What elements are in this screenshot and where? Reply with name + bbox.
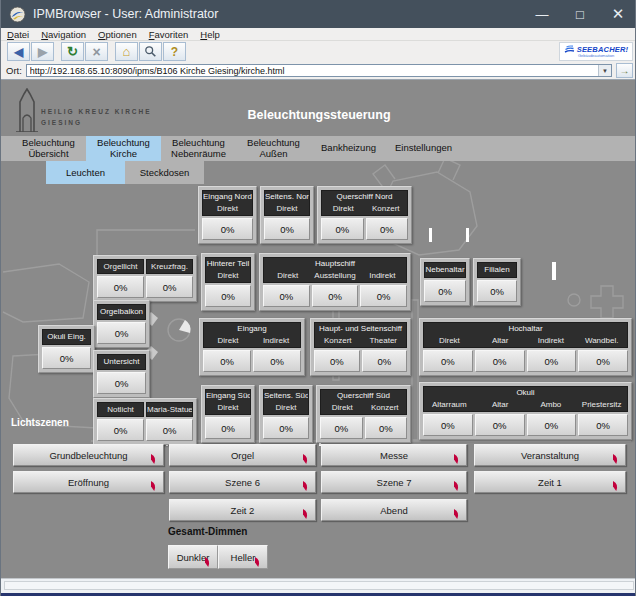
channel-value-button[interactable]: 0%	[42, 347, 91, 369]
channel-value-button[interactable]: 0%	[97, 419, 144, 441]
scene-button-grundbeleuchtung[interactable]: Grundbeleuchtung	[13, 444, 164, 466]
scene-button-szene-7[interactable]: Szene 7	[321, 471, 467, 493]
channel-value-button[interactable]: 0%	[366, 218, 409, 240]
channel-label: Direkt	[265, 203, 309, 215]
channel-value-button[interactable]: 0%	[360, 285, 407, 307]
search-icon[interactable]	[139, 42, 162, 61]
channel-value-button[interactable]: 0%	[205, 417, 251, 439]
channel-value-button[interactable]: 0%	[423, 414, 473, 436]
tab-beleuchtung-nebenraeume[interactable]: Beleuchtung Nebenräume	[161, 136, 236, 161]
tab-einstellungen[interactable]: Einstellungen	[386, 136, 461, 161]
channel-value-button[interactable]: 0%	[146, 419, 193, 441]
channel-value-button[interactable]: 0%	[475, 414, 525, 436]
channel-value-button[interactable]: 0%	[253, 350, 301, 372]
tab-bankheizung[interactable]: Bankheizung	[311, 136, 386, 161]
scene-button-veranstaltung[interactable]: Veranstaltung	[474, 444, 626, 466]
scene-arrow-icon	[453, 509, 460, 519]
dimming-button-dunkler[interactable]: Dunkler	[168, 545, 218, 569]
close-button[interactable]: ✕	[599, 0, 636, 28]
scene-arrow-icon	[612, 481, 619, 491]
menu-navigation[interactable]: Navigation	[35, 29, 92, 40]
menu-bar: Datei Navigation Optionen Favoriten Help	[1, 28, 636, 41]
subtab-bar: LeuchtenSteckdosen	[46, 161, 204, 184]
tab-beleuchtung-kirche[interactable]: Beleuchtung Kirche	[86, 136, 161, 161]
channel-value-button[interactable]: 0%	[321, 218, 364, 240]
forward-icon[interactable]: ▶	[31, 42, 54, 61]
subtab-steckdosen[interactable]: Steckdosen	[125, 161, 204, 184]
panel-hauptschiff: HauptschiffDirektAusstellungIndirekt0%0%…	[259, 253, 411, 311]
address-dropdown-icon[interactable]: ▼	[598, 65, 611, 76]
channel-value-button[interactable]: 0%	[578, 414, 628, 436]
channel-label: Konzert	[315, 335, 361, 347]
help-icon[interactable]: ?	[163, 42, 186, 61]
channel-label: Direkt	[321, 402, 364, 414]
scene-button-eröffnung[interactable]: Eröffnung	[13, 471, 164, 493]
home-icon[interactable]: ⌂	[115, 42, 138, 61]
channel-value-button[interactable]: 0%	[205, 285, 251, 307]
scene-button-label: Eröffnung	[68, 477, 109, 488]
channel-value-button[interactable]: 0%	[146, 276, 193, 298]
panel-title: Okuli Eing.	[43, 330, 90, 344]
menu-optionen[interactable]: Optionen	[92, 29, 143, 40]
address-bar: Ort: ▼ →	[1, 62, 636, 80]
brand-tagline: Gebäudeautomation	[578, 53, 614, 58]
panel-title: Hauptschiff	[264, 258, 406, 270]
channel-value-button[interactable]: 0%	[362, 350, 408, 372]
maximize-button[interactable]: □	[561, 0, 599, 28]
scene-button-messe[interactable]: Messe	[321, 444, 467, 466]
channel-value-button[interactable]: 0%	[475, 350, 525, 372]
dimming-button-heller[interactable]: Heller	[218, 545, 268, 569]
tab-beleuchtung-uebersicht[interactable]: Beleuchtung Übersicht	[11, 136, 86, 161]
channel-value-button[interactable]: 0%	[202, 218, 253, 240]
channel-value-button[interactable]: 0%	[365, 417, 408, 439]
address-input[interactable]	[27, 65, 598, 76]
minimize-button[interactable]: —	[523, 0, 561, 28]
menu-favoriten[interactable]: Favoriten	[143, 29, 195, 40]
dimming-box: DunklerHeller	[167, 544, 269, 570]
panel-title: Filialen	[478, 263, 516, 277]
tab-beleuchtung-aussen[interactable]: Beleuchtung Außen	[236, 136, 311, 161]
scene-button-label: Messe	[380, 450, 408, 461]
scene-button-orgel[interactable]: Orgel	[169, 444, 316, 466]
panel-title: Hochaltar	[424, 323, 627, 335]
panel-title: Nebenaltar	[425, 263, 465, 277]
panel-notlicht-maria-statue: NotlichtMaria-Statue0%0%	[93, 398, 197, 445]
channel-value-button[interactable]: 0%	[97, 276, 144, 298]
channel-value-button[interactable]: 0%	[97, 322, 146, 344]
scene-arrow-icon	[453, 454, 460, 464]
channel-value-button[interactable]: 0%	[263, 417, 309, 439]
scene-arrow-icon	[453, 481, 460, 491]
panel-querschiff-sued: Querschiff SüdDirektKonzert0%0%	[316, 385, 411, 443]
channel-value-button[interactable]: 0%	[312, 285, 359, 307]
scene-button-szene-6[interactable]: Szene 6	[169, 471, 316, 493]
channel-value-button[interactable]: 0%	[320, 417, 363, 439]
brand-swirl-icon	[564, 45, 575, 54]
go-button[interactable]: →	[616, 63, 633, 78]
title-bar: IPMBrowser - User: Administrator — □ ✕	[1, 0, 636, 28]
channel-value-button[interactable]: 0%	[203, 350, 251, 372]
seebacher-logo: SEEBACHER! Gebäudeautomation	[559, 42, 633, 61]
channel-value-button[interactable]: 0%	[97, 372, 146, 394]
channel-label: Indirekt	[359, 270, 406, 282]
channel-label: Altar	[475, 399, 526, 411]
refresh-icon[interactable]: ↻	[61, 42, 84, 61]
channel-value-button[interactable]: 0%	[263, 285, 310, 307]
channel-value-button[interactable]: 0%	[578, 350, 628, 372]
subtab-leuchten[interactable]: Leuchten	[46, 161, 125, 184]
channel-value-button[interactable]: 0%	[314, 350, 360, 372]
scene-button-abend[interactable]: Abend	[321, 499, 467, 521]
menu-help[interactable]: Help	[194, 29, 226, 40]
channel-value-button[interactable]: 0%	[423, 350, 473, 372]
channel-value-button[interactable]: 0%	[527, 414, 577, 436]
menu-datei[interactable]: Datei	[1, 29, 35, 40]
scene-button-zeit-2[interactable]: Zeit 2	[169, 499, 316, 521]
scene-button-zeit-1[interactable]: Zeit 1	[474, 471, 626, 493]
channel-value-button[interactable]: 0%	[264, 218, 310, 240]
channel-value-button[interactable]: 0%	[527, 350, 577, 372]
back-icon[interactable]: ◀	[7, 42, 30, 61]
channel-value-button[interactable]: 0%	[424, 280, 466, 302]
panel-title: Untersicht	[98, 355, 145, 369]
scene-button-label: Zeit 1	[538, 477, 562, 488]
stop-icon[interactable]: ×	[85, 42, 108, 61]
channel-value-button[interactable]: 0%	[477, 280, 517, 302]
